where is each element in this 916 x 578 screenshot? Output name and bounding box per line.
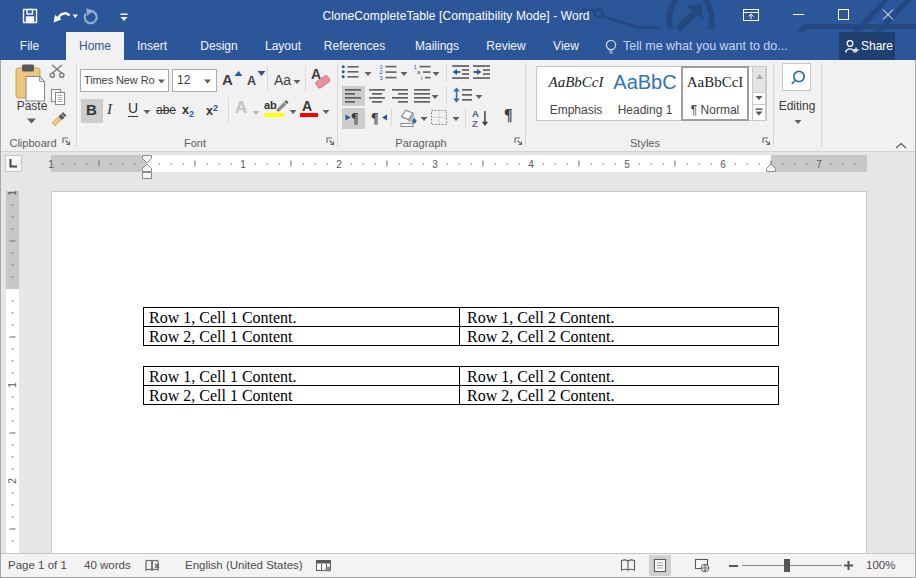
svg-text:7: 7 bbox=[816, 159, 822, 170]
svg-text:3: 3 bbox=[380, 75, 384, 81]
svg-text:3: 3 bbox=[432, 159, 438, 170]
svg-text:1: 1 bbox=[240, 159, 246, 170]
svg-text:i: i bbox=[421, 75, 422, 81]
svg-text:4: 4 bbox=[528, 159, 534, 170]
svg-text:5: 5 bbox=[624, 159, 630, 170]
svg-text:1: 1 bbox=[48, 159, 54, 170]
svg-text:6: 6 bbox=[720, 159, 726, 170]
svg-text:2: 2 bbox=[336, 159, 342, 170]
svg-text:1: 1 bbox=[7, 382, 18, 388]
svg-text:1: 1 bbox=[7, 190, 18, 196]
svg-text:Z: Z bbox=[472, 118, 478, 129]
svg-text:¶: ¶ bbox=[371, 111, 379, 126]
svg-text:2: 2 bbox=[7, 478, 18, 484]
svg-text:¶: ¶ bbox=[351, 111, 359, 126]
